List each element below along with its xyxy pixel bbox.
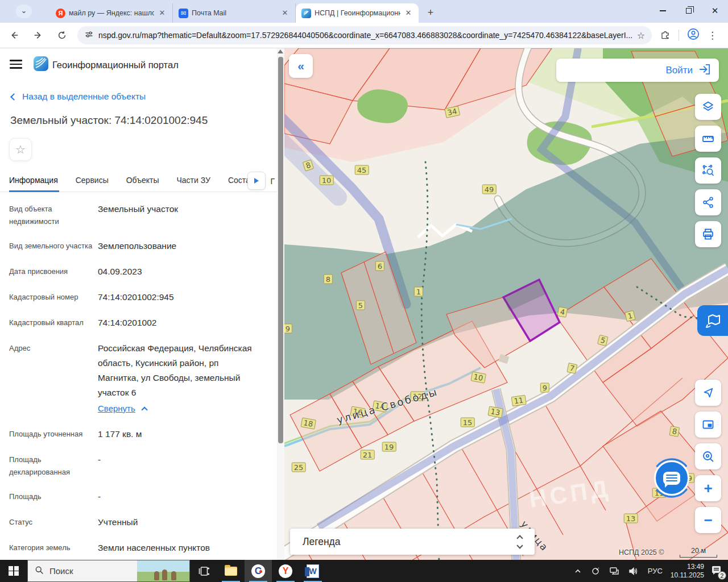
notification-center-button[interactable]: 2 (711, 565, 722, 577)
favorite-star-button[interactable]: ☆ (9, 138, 32, 161)
parcel-number-label: 9 (540, 383, 549, 393)
legend-bar[interactable]: Легенда (290, 529, 535, 555)
chat-widget-button[interactable] (651, 458, 692, 498)
field-value: - (98, 489, 255, 504)
window-minimize-button[interactable] (650, 0, 676, 22)
parcel-number-label: 49 (482, 185, 497, 194)
share-button[interactable] (695, 189, 721, 215)
word-button[interactable]: W (299, 560, 326, 582)
tab-information[interactable]: Информация (9, 171, 58, 192)
field-row: Вид объекта недвижимостиЗемельный участо… (9, 202, 271, 228)
tab-close-icon[interactable]: ✕ (280, 9, 289, 18)
forward-icon[interactable] (28, 26, 48, 45)
zoom-out-button[interactable]: − (695, 507, 721, 533)
network-icon[interactable] (609, 567, 619, 576)
map-canvas[interactable]: НСПД 34810454968159415710911121416181315… (284, 48, 728, 560)
browser-tab-yandex[interactable]: Я майл ру — Яндекс: нашлось 2 ✕ (50, 3, 173, 23)
yandex-browser-button[interactable]: Y (272, 560, 299, 582)
url-text[interactable]: nspd.gov.ru/map?thematic=Default&zoom=17… (98, 31, 637, 40)
chat-circle (654, 460, 689, 496)
collapse-panel-button[interactable]: « (289, 54, 313, 78)
tab-parts-zu[interactable]: Части ЗУ (176, 171, 210, 192)
field-row: Площадь- (9, 489, 271, 504)
parcel-page-title: Земельный участок: 74:14:0201002:945 (10, 114, 208, 127)
locate-me-button[interactable] (695, 380, 721, 406)
field-value: 1 177 кв. м (98, 427, 255, 442)
site-settings-icon[interactable] (84, 30, 94, 41)
reload-icon[interactable] (52, 26, 72, 45)
browser-tab-nspd-active[interactable]: НСПД | Геоинформационный ✕ (296, 3, 419, 23)
browser-menu-icon[interactable]: ⋮ (708, 30, 717, 41)
extensions-icon[interactable] (660, 29, 671, 42)
clock-time: 13:49 (671, 563, 704, 571)
zoom-in-button[interactable]: + (695, 475, 721, 501)
address-bar[interactable]: nspd.gov.ru/map?thematic=Default&zoom=17… (77, 26, 652, 44)
task-view-button[interactable] (190, 560, 217, 582)
parcel-number-label: 11 (511, 395, 527, 406)
browser-tabstrip: ⌄ Я майл ру — Яндекс: нашлось 2 ✕ ✉ Почт… (0, 0, 728, 23)
volume-icon[interactable] (628, 567, 639, 576)
tray-update-icon[interactable] (591, 567, 600, 576)
window-restore-button[interactable] (676, 0, 702, 22)
field-row: Кадастровый квартал74:14:0201002 (9, 315, 271, 330)
bookmark-star-icon[interactable]: ☆ (637, 30, 645, 41)
feedback-side-tab[interactable] (697, 305, 728, 336)
panel-tabs: Информация Сервисы Объекты Части ЗУ Сост… (0, 171, 277, 192)
field-label: Кадастровый квартал (9, 315, 98, 330)
tab-objects[interactable]: Объекты (126, 171, 159, 192)
tabs-scroll-right-button[interactable] (247, 172, 266, 190)
tab-services[interactable]: Сервисы (76, 171, 109, 192)
folder-icon (225, 567, 237, 576)
start-button[interactable] (0, 560, 27, 582)
collapse-address-link[interactable]: Свернуть (98, 401, 255, 416)
back-to-selected-link[interactable]: Назад в выделенные объекты (11, 92, 146, 102)
map-attribution: НСПД 2025 © (619, 548, 664, 556)
language-indicator[interactable]: РУС (648, 567, 663, 575)
menu-hamburger-icon[interactable] (10, 60, 22, 69)
browser-toolbar: nspd.gov.ru/map?thematic=Default&zoom=17… (0, 23, 728, 48)
tab-close-icon[interactable]: ✕ (404, 9, 413, 18)
field-label: Площадь декларированная (9, 452, 98, 479)
field-label: Адрес (9, 341, 98, 416)
panel-scrollbar[interactable] (277, 48, 284, 560)
ruler-button[interactable] (695, 126, 721, 152)
taskbar-clock[interactable]: 13:49 10.11.2025 (671, 563, 704, 580)
field-row: Вид земельного участкаЗемлепользование (9, 239, 271, 253)
field-label: Вид земельного участка (9, 239, 98, 253)
browser-tab-mail[interactable]: ✉ Почта Mail ✕ (173, 3, 296, 23)
overview-map-button[interactable] (695, 411, 721, 438)
tab-overflow-sliver[interactable]: Г (270, 177, 275, 186)
login-button[interactable]: Войти (556, 59, 719, 82)
scrollbar-thumb[interactable] (278, 57, 283, 443)
back-chevron-icon (10, 93, 18, 101)
map-scale-bar: 20 м (680, 547, 717, 558)
window-close-button[interactable]: ✕ (702, 0, 728, 22)
tab-close-icon[interactable]: ✕ (158, 9, 167, 18)
clock-date: 10.11.2025 (671, 571, 704, 580)
field-list: Вид объекта недвижимостиЗемельный участо… (9, 202, 271, 560)
file-explorer-button[interactable] (217, 560, 245, 582)
scrollbar-up-arrow[interactable] (278, 49, 283, 53)
search-highlight-image[interactable] (137, 560, 189, 581)
search-location-button[interactable] (695, 443, 721, 469)
legend-expand-icon[interactable] (518, 536, 522, 548)
windows-logo-icon (9, 566, 19, 576)
back-icon[interactable] (5, 26, 24, 45)
portal-title: Геоинформационный портал (52, 60, 179, 70)
tray-expand-icon[interactable] (574, 567, 582, 575)
layers-button[interactable] (695, 94, 721, 120)
parcel-number-label: 6 (375, 261, 384, 271)
windows-taskbar: Поиск C Y W РУС 13:49 10.11 (0, 560, 728, 582)
field-value: 04.09.2023 (98, 264, 255, 279)
print-button[interactable] (695, 221, 721, 247)
search-area-button[interactable] (695, 157, 721, 184)
field-label: Вид объекта недвижимости (9, 202, 98, 228)
tab-search-button[interactable]: ⌄ (16, 5, 32, 18)
active-browser-app-button[interactable]: C (245, 560, 272, 582)
taskbar-search-box[interactable]: Поиск (27, 560, 190, 582)
field-value: 74:14:0201002:945 (98, 290, 255, 305)
new-tab-button[interactable]: + (423, 6, 438, 20)
portal-logo-icon (33, 56, 49, 74)
profile-avatar-icon[interactable] (687, 28, 700, 43)
tab-sostav[interactable]: Соста (228, 171, 250, 192)
